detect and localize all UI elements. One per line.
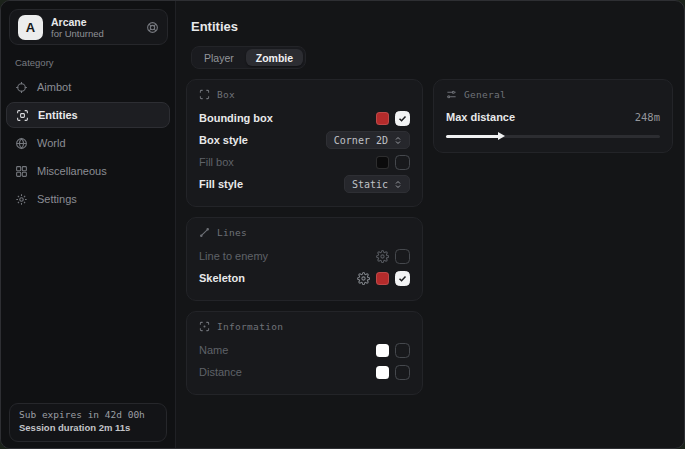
sidebar-item-world[interactable]: World [1, 129, 175, 157]
app-logo: A [18, 15, 43, 40]
sidebar-item-miscellaneous[interactable]: Miscellaneous [1, 157, 175, 185]
box-style-dropdown[interactable]: Corner 2D [326, 131, 410, 149]
app-subtitle: for Unturned [51, 28, 104, 39]
fill-box-checkbox[interactable] [395, 155, 410, 170]
sidebar-item-label: Settings [37, 193, 77, 205]
chevrons-up-down-icon [394, 136, 402, 145]
color-swatch[interactable] [376, 366, 389, 379]
info-scan-icon [199, 321, 210, 332]
line-settings-gear-icon[interactable] [376, 250, 389, 263]
gear-icon [15, 193, 28, 206]
sidebar-item-label: Entities [38, 109, 78, 121]
check-icon [398, 114, 407, 123]
sidebar-nav: Aimbot Entities World [1, 73, 175, 213]
entity-tabs: Player Zombie [191, 46, 306, 69]
setting-row-skeleton: Skeleton [199, 267, 410, 289]
globe-icon [15, 137, 28, 150]
main-content: Entities Player Zombie Box Bounding box [177, 1, 684, 448]
sidebar-item-aimbot[interactable]: Aimbot [1, 73, 175, 101]
entities-icon [16, 109, 29, 122]
information-section-card: Information Name Distance [186, 311, 423, 395]
sidebar-item-entities[interactable]: Entities [6, 102, 170, 128]
crosshair-icon [15, 81, 28, 94]
setting-row-max-distance: Max distance 248m [446, 107, 660, 127]
slider-thumb[interactable] [498, 132, 505, 140]
general-section-card: General Max distance 248m [433, 79, 673, 153]
section-title: Information [217, 321, 283, 332]
sidebar: A Arcane for Unturned Category [1, 1, 176, 448]
color-swatch[interactable] [376, 156, 389, 169]
chevrons-up-down-icon [394, 180, 402, 189]
sidebar-item-settings[interactable]: Settings [1, 185, 175, 213]
box-corners-icon [199, 89, 210, 100]
page-title: Entities [191, 19, 238, 34]
sliders-icon [446, 89, 457, 100]
max-distance-slider[interactable] [446, 131, 660, 141]
setting-row-bounding-box: Bounding box [199, 107, 410, 129]
setting-row-line-to-enemy: Line to enemy [199, 245, 410, 267]
distance-checkbox[interactable] [395, 365, 410, 380]
sidebar-item-label: Miscellaneous [37, 165, 107, 177]
setting-row-box-style: Box style Corner 2D [199, 129, 410, 151]
section-title: Box [217, 89, 235, 100]
category-label: Category [15, 57, 54, 68]
app-window: A Arcane for Unturned Category [0, 0, 685, 449]
help-icon[interactable] [146, 21, 159, 34]
skeleton-checkbox[interactable] [395, 271, 410, 286]
skeleton-settings-gear-icon[interactable] [357, 272, 370, 285]
line-icon [199, 227, 210, 238]
setting-row-fill-style: Fill style Static [199, 173, 410, 195]
lines-section-card: Lines Line to enemy [186, 217, 423, 301]
tab-player[interactable]: Player [194, 49, 244, 66]
setting-row-fill-box: Fill box [199, 151, 410, 173]
app-name: Arcane [51, 16, 104, 28]
check-icon [398, 274, 407, 283]
sidebar-item-label: Aimbot [37, 81, 71, 93]
fill-style-dropdown[interactable]: Static [344, 175, 410, 193]
color-swatch[interactable] [376, 344, 389, 357]
color-swatch[interactable] [376, 112, 389, 125]
max-distance-value: 248m [635, 111, 660, 123]
section-title: General [464, 89, 506, 100]
sidebar-item-label: World [37, 137, 66, 149]
grid-icon [15, 165, 28, 178]
subscription-status-card: Sub expires in 42d 00h Session duration … [9, 403, 167, 442]
tab-zombie[interactable]: Zombie [246, 49, 303, 66]
setting-row-name: Name [199, 339, 410, 361]
color-swatch[interactable] [376, 272, 389, 285]
sub-expiry-text: Sub expires in 42d 00h [19, 409, 157, 420]
session-duration-text: Session duration 2m 11s [19, 422, 157, 433]
app-header-card: A Arcane for Unturned [9, 9, 168, 45]
section-title: Lines [217, 227, 247, 238]
box-section-card: Box Bounding box Box style [186, 79, 423, 207]
line-to-enemy-checkbox[interactable] [395, 249, 410, 264]
setting-row-distance: Distance [199, 361, 410, 383]
bounding-box-checkbox[interactable] [395, 111, 410, 126]
name-checkbox[interactable] [395, 343, 410, 358]
